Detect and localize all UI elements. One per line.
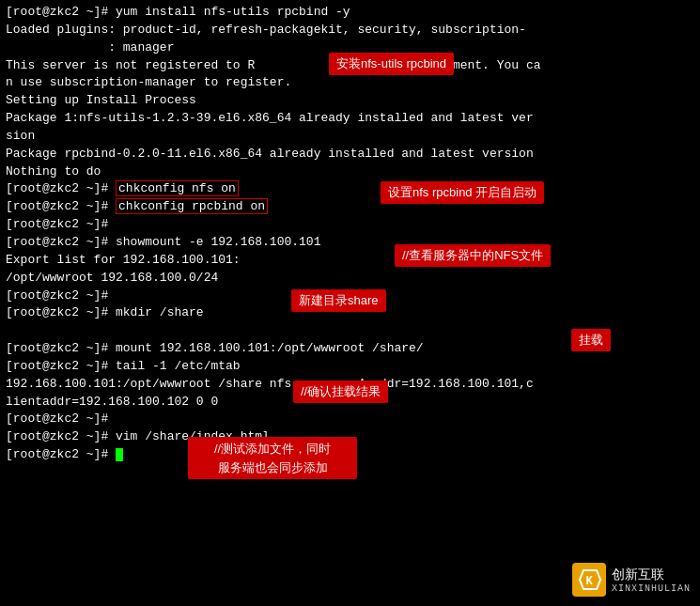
annotation-autostart: 设置nfs rpcbind 开启自启动 (381, 181, 544, 204)
line-16: /opt/wwwroot 192.168.100.0/24 (6, 270, 694, 287)
line-11: [root@zkc2 ~]# chkconfig nfs on (6, 180, 694, 198)
line-15: Export list for 192.168.100.101: (6, 252, 694, 270)
watermark-en-text: XINXINHULIAN (612, 583, 691, 594)
annotation-confirm-mount: //确认挂载结果 (293, 381, 388, 403)
line-8: sion (6, 128, 694, 146)
line-12: [root@zkc2 ~]# chkconfig rpcbind on (6, 198, 694, 216)
annotation-install: 安装nfs-utils rpcbind (329, 53, 454, 75)
watermark-text-block: 创新互联 XINXINHULIAN (612, 566, 691, 593)
line-9: Package rpcbind-0.2.0-11.el6.x86_64 alre… (6, 146, 694, 163)
watermark-logo: K (572, 563, 606, 597)
annotation-showmount: //查看服务器中的NFS文件 (395, 244, 551, 267)
line-10: Nothing to do (6, 163, 694, 181)
line-14: [root@zkc2 ~]# showmount -e 192.168.100.… (6, 234, 694, 252)
svg-text:K: K (585, 575, 593, 588)
line-5: n use subscription-manager to register. (6, 74, 694, 92)
line-7: Package 1:nfs-utils-1.2.3-39.el6.x86_64 … (6, 110, 694, 128)
line-2: Loaded plugins: product-id, refresh-pack… (6, 22, 694, 39)
annotation-mkdir: 新建目录share (291, 289, 386, 312)
line-21: [root@zkc2 ~]# tail -1 /etc/mtab (6, 358, 694, 376)
line-1: [root@zkc2 ~]# yum install nfs-utils rpc… (6, 4, 694, 22)
line-6: Setting up Install Process (6, 92, 694, 110)
logo-icon: K (576, 567, 602, 593)
annotation-test-add: //测试添加文件，同时服务端也会同步添加 (188, 437, 357, 479)
watermark-cn-text: 创新互联 (612, 566, 691, 583)
line-24: [root@zkc2 ~]# (6, 411, 694, 428)
terminal-window: [root@zkc2 ~]# yum install nfs-utils rpc… (0, 0, 700, 606)
annotation-mount: 挂载 (571, 329, 611, 351)
cursor (116, 448, 123, 461)
watermark: K 创新互联 XINXINHULIAN (572, 563, 691, 597)
line-13: [root@zkc2 ~]# (6, 216, 694, 234)
